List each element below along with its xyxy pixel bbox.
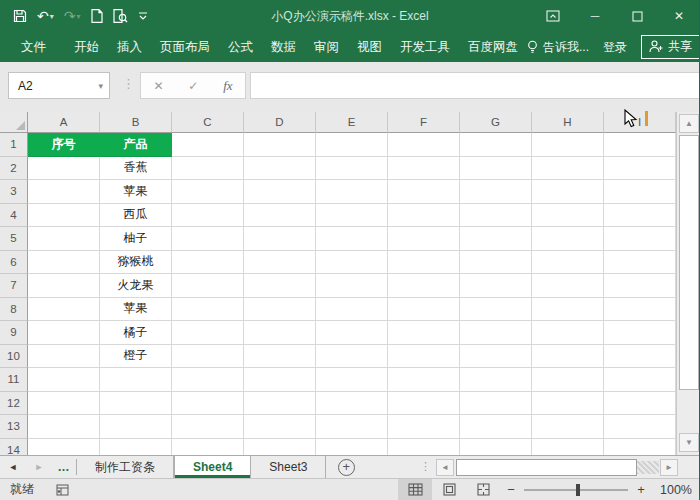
cell-C7[interactable]: [172, 274, 244, 298]
cell-F5[interactable]: [388, 227, 460, 251]
column-header-A[interactable]: A: [28, 112, 100, 133]
cell-B11[interactable]: [100, 368, 172, 392]
cell-G7[interactable]: [460, 274, 532, 298]
cell-I5[interactable]: [604, 227, 676, 251]
sheet-list-ellipsis[interactable]: …: [52, 456, 76, 478]
cell-F8[interactable]: [388, 298, 460, 322]
cell-G9[interactable]: [460, 321, 532, 345]
scroll-up-icon[interactable]: ▲: [679, 114, 699, 133]
sheet-nav-prev-icon[interactable]: ◄: [0, 456, 26, 478]
close-button[interactable]: ✕: [658, 0, 700, 32]
cell-G13[interactable]: [460, 415, 532, 439]
cell-C6[interactable]: [172, 251, 244, 275]
cell-F13[interactable]: [388, 415, 460, 439]
row-header-1[interactable]: 1: [0, 133, 28, 157]
cell-I2[interactable]: [604, 157, 676, 181]
undo-dropdown-icon[interactable]: ▾: [50, 12, 54, 21]
cell-C10[interactable]: [172, 345, 244, 369]
ribbon-tab-6[interactable]: 审阅: [305, 32, 348, 62]
cell-A12[interactable]: [28, 392, 100, 416]
view-normal-icon[interactable]: [398, 479, 432, 500]
cell-B13[interactable]: [100, 415, 172, 439]
row-header-13[interactable]: 13: [0, 415, 28, 439]
cell-I8[interactable]: [604, 298, 676, 322]
cell-A3[interactable]: [28, 180, 100, 204]
cell-A5[interactable]: [28, 227, 100, 251]
cell-H5[interactable]: [532, 227, 604, 251]
column-header-H[interactable]: H: [532, 112, 604, 133]
cell-C11[interactable]: [172, 368, 244, 392]
cell-G4[interactable]: [460, 204, 532, 228]
vertical-scrollbar[interactable]: ▲ ▼: [676, 112, 700, 455]
sheet-tab-Sheet4[interactable]: Sheet4: [174, 456, 251, 478]
cell-A14[interactable]: [28, 439, 100, 456]
cell-I14[interactable]: [604, 439, 676, 456]
insert-function-icon[interactable]: fx: [223, 78, 232, 94]
cell-D10[interactable]: [244, 345, 316, 369]
macro-record-icon[interactable]: [56, 483, 69, 496]
row-header-4[interactable]: 4: [0, 204, 28, 228]
cell-B7[interactable]: 火龙果: [100, 274, 172, 298]
sheet-nav-next-icon[interactable]: ►: [26, 456, 52, 478]
cell-F12[interactable]: [388, 392, 460, 416]
row-header-2[interactable]: 2: [0, 157, 28, 181]
sheet-tab-Sheet3[interactable]: Sheet3: [251, 456, 326, 478]
cell-H7[interactable]: [532, 274, 604, 298]
row-header-8[interactable]: 8: [0, 298, 28, 322]
cell-C5[interactable]: [172, 227, 244, 251]
cell-I12[interactable]: [604, 392, 676, 416]
cell-C13[interactable]: [172, 415, 244, 439]
tell-me-button[interactable]: 告诉我...: [527, 39, 589, 56]
cell-B6[interactable]: 猕猴桃: [100, 251, 172, 275]
cell-I13[interactable]: [604, 415, 676, 439]
cell-B2[interactable]: 香蕉: [100, 157, 172, 181]
cell-D7[interactable]: [244, 274, 316, 298]
cell-C8[interactable]: [172, 298, 244, 322]
cell-E11[interactable]: [316, 368, 388, 392]
cell-F7[interactable]: [388, 274, 460, 298]
cell-E6[interactable]: [316, 251, 388, 275]
zoom-in-button[interactable]: +: [630, 482, 652, 497]
cell-H6[interactable]: [532, 251, 604, 275]
cell-I9[interactable]: [604, 321, 676, 345]
restore-button[interactable]: [616, 0, 658, 32]
cell-D9[interactable]: [244, 321, 316, 345]
row-header-5[interactable]: 5: [0, 227, 28, 251]
cell-A8[interactable]: [28, 298, 100, 322]
ribbon-tab-3[interactable]: 页面布局: [151, 32, 219, 62]
ribbon-display-options-icon[interactable]: [532, 0, 574, 32]
cell-C1[interactable]: [172, 133, 244, 157]
horizontal-scrollbar-thumb[interactable]: [456, 459, 637, 476]
cell-A7[interactable]: [28, 274, 100, 298]
column-header-D[interactable]: D: [244, 112, 316, 133]
cell-I11[interactable]: [604, 368, 676, 392]
scroll-down-icon[interactable]: ▼: [679, 433, 699, 452]
row-header-12[interactable]: 12: [0, 392, 28, 416]
cell-D3[interactable]: [244, 180, 316, 204]
column-header-E[interactable]: E: [316, 112, 388, 133]
name-box[interactable]: A2 ▾: [8, 72, 110, 99]
cell-F2[interactable]: [388, 157, 460, 181]
cell-A10[interactable]: [28, 345, 100, 369]
cell-G1[interactable]: [460, 133, 532, 157]
cell-F6[interactable]: [388, 251, 460, 275]
cell-H12[interactable]: [532, 392, 604, 416]
cell-A11[interactable]: [28, 368, 100, 392]
ribbon-tab-1[interactable]: 开始: [65, 32, 108, 62]
cell-F9[interactable]: [388, 321, 460, 345]
print-preview-icon[interactable]: [110, 5, 131, 27]
cell-A9[interactable]: [28, 321, 100, 345]
cell-D13[interactable]: [244, 415, 316, 439]
cell-H14[interactable]: [532, 439, 604, 456]
cell-E7[interactable]: [316, 274, 388, 298]
undo-button[interactable]: ↶▾: [34, 5, 57, 27]
hscroll-right-icon[interactable]: ►: [660, 459, 678, 476]
row-header-14[interactable]: 14: [0, 439, 28, 456]
cell-D14[interactable]: [244, 439, 316, 456]
sheet-tab-制作工资条[interactable]: 制作工资条: [77, 456, 174, 478]
cell-F14[interactable]: [388, 439, 460, 456]
zoom-slider-thumb[interactable]: [576, 484, 580, 496]
cell-D2[interactable]: [244, 157, 316, 181]
row-header-9[interactable]: 9: [0, 321, 28, 345]
cell-B3[interactable]: 苹果: [100, 180, 172, 204]
